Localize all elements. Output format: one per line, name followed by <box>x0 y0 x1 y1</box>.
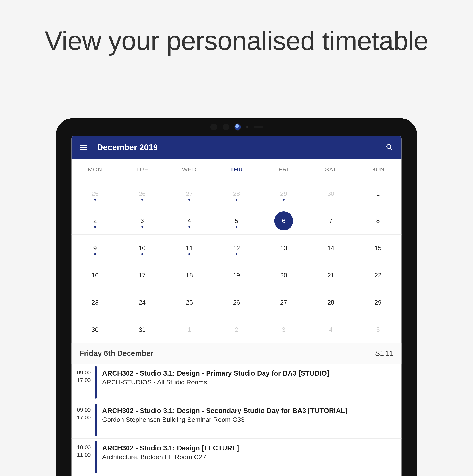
agenda-header: Friday 6th December S1 11 <box>72 343 402 364</box>
day-of-week-row: MONTUEWEDTHUFRISATSUN <box>72 159 402 180</box>
calendar-day[interactable]: 13 <box>260 235 307 262</box>
day-number: 7 <box>329 217 333 225</box>
day-number: 27 <box>280 299 287 306</box>
calendar-day[interactable]: 28 <box>307 289 354 316</box>
calendar-day[interactable]: 17 <box>119 262 166 289</box>
day-number: 25 <box>186 299 193 306</box>
calendar-day[interactable]: 3 <box>260 316 307 343</box>
day-number: 22 <box>374 272 382 279</box>
day-number: 16 <box>91 272 99 279</box>
menu-icon[interactable] <box>78 142 89 153</box>
calendar-day[interactable]: 5 <box>213 207 260 235</box>
calendar-day[interactable]: 2 <box>213 316 260 343</box>
calendar-week: 23242526272829 <box>72 289 402 316</box>
calendar-day[interactable]: 1 <box>354 180 401 207</box>
calendar-day[interactable]: 5 <box>354 316 401 343</box>
calendar-day[interactable]: 23 <box>72 289 119 316</box>
calendar-day[interactable]: 26 <box>119 180 166 207</box>
event-accent-bar <box>95 366 97 399</box>
day-number: 24 <box>139 299 146 306</box>
calendar-day[interactable]: 30 <box>307 180 354 207</box>
calendar-day[interactable]: 31 <box>119 316 166 343</box>
event-title: ARCH302 - Studio 3.1: Design - Primary S… <box>102 369 396 378</box>
calendar-day[interactable]: 6 <box>260 207 307 235</box>
calendar-day[interactable]: 4 <box>307 316 354 343</box>
event-times: 10:0011:00 <box>72 439 95 476</box>
calendar-day[interactable]: 7 <box>307 207 354 235</box>
day-number: 29 <box>374 299 382 306</box>
event-times: 09:0017:00 <box>72 364 95 401</box>
day-number: 27 <box>186 190 193 197</box>
calendar-week: 2345678 <box>72 207 402 235</box>
sensor-slot <box>210 124 217 130</box>
calendar-day[interactable]: 18 <box>166 262 213 289</box>
calendar-day[interactable]: 19 <box>213 262 260 289</box>
event-times: 09:0017:00 <box>72 401 95 438</box>
calendar-day[interactable]: 30 <box>72 316 119 343</box>
day-number: 5 <box>235 217 238 225</box>
tablet-sensors <box>210 124 263 130</box>
agenda-list[interactable]: 09:0017:00ARCH302 - Studio 3.1: Design -… <box>72 364 402 476</box>
calendar-day[interactable]: 27 <box>166 180 213 207</box>
calendar-day[interactable]: 16 <box>72 262 119 289</box>
day-number: 28 <box>327 299 334 306</box>
dow-tue: TUE <box>119 159 166 180</box>
agenda-date-label: Friday 6th December <box>79 349 154 358</box>
sensor-slot <box>222 124 229 130</box>
calendar-day[interactable]: 25 <box>166 289 213 316</box>
calendar-day[interactable]: 8 <box>354 207 401 235</box>
day-number: 20 <box>280 272 287 279</box>
calendar-day[interactable]: 22 <box>354 262 401 289</box>
page-headline: View your personalised timetable <box>0 0 473 56</box>
calendar-day[interactable]: 26 <box>213 289 260 316</box>
day-number: 5 <box>376 326 380 333</box>
calendar-day[interactable]: 25 <box>72 180 119 207</box>
speaker-grille <box>254 126 263 128</box>
day-number: 4 <box>188 217 191 225</box>
day-number: 14 <box>327 244 334 252</box>
tablet-frame: December 2019 MONTUEWEDTHUFRISATSUN 2526… <box>56 118 418 476</box>
day-number: 11 <box>186 244 193 252</box>
calendar-day[interactable]: 27 <box>260 289 307 316</box>
calendar-day[interactable]: 11 <box>166 235 213 262</box>
day-number: 23 <box>91 299 99 306</box>
sensor-dot <box>246 126 248 128</box>
calendar-day[interactable]: 3 <box>119 207 166 235</box>
calendar-day[interactable]: 29 <box>260 180 307 207</box>
day-number: 10 <box>139 244 146 252</box>
calendar-day[interactable]: 12 <box>213 235 260 262</box>
agenda-event[interactable]: 10:0011:00ARCH302 - Studio 3.1: Design [… <box>72 439 402 476</box>
calendar-day[interactable]: 2 <box>72 207 119 235</box>
calendar-day[interactable]: 29 <box>354 289 401 316</box>
calendar-week: 16171819202122 <box>72 262 402 289</box>
app-screen: December 2019 MONTUEWEDTHUFRISATSUN 2526… <box>72 136 402 476</box>
day-number: 1 <box>376 190 380 197</box>
appbar-title: December 2019 <box>97 143 158 152</box>
calendar-day[interactable]: 28 <box>213 180 260 207</box>
app-bar: December 2019 <box>72 136 402 159</box>
day-number: 8 <box>376 217 380 225</box>
calendar-day[interactable]: 24 <box>119 289 166 316</box>
calendar-day[interactable]: 9 <box>72 235 119 262</box>
agenda-event[interactable]: 09:0017:00ARCH302 - Studio 3.1: Design -… <box>72 401 402 439</box>
calendar-grid: 2526272829301234567891011121314151617181… <box>72 180 402 343</box>
event-location: Gordon Stephenson Building Seminar Room … <box>102 416 396 424</box>
calendar-day[interactable]: 1 <box>166 316 213 343</box>
front-camera-icon <box>235 124 241 130</box>
agenda-event[interactable]: 09:0017:00ARCH302 - Studio 3.1: Design -… <box>72 364 402 401</box>
event-body: ARCH302 - Studio 3.1: Design [LECTURE]Ar… <box>97 439 402 476</box>
search-icon[interactable] <box>385 142 395 153</box>
calendar-day[interactable]: 14 <box>307 235 354 262</box>
day-number: 21 <box>327 272 334 279</box>
calendar-day[interactable]: 10 <box>119 235 166 262</box>
calendar-day[interactable]: 21 <box>307 262 354 289</box>
day-number: 2 <box>93 217 97 225</box>
event-body: ARCH302 - Studio 3.1: Design - Primary S… <box>97 364 402 401</box>
day-number: 30 <box>91 326 99 333</box>
calendar-day[interactable]: 15 <box>354 235 401 262</box>
calendar-day[interactable]: 20 <box>260 262 307 289</box>
day-number: 15 <box>374 244 382 252</box>
dow-mon: MON <box>72 159 119 180</box>
dow-fri: FRI <box>260 159 307 180</box>
calendar-day[interactable]: 4 <box>166 207 213 235</box>
